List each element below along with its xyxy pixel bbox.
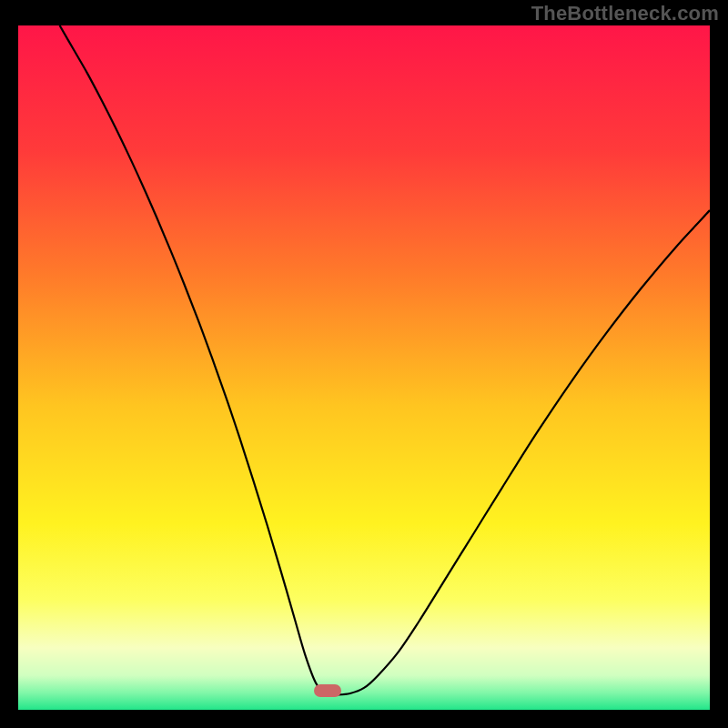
bottleneck-curve bbox=[18, 25, 710, 710]
plot-area bbox=[18, 25, 710, 710]
watermark-text: TheBottleneck.com bbox=[531, 2, 719, 25]
optimal-marker bbox=[314, 684, 341, 697]
chart-frame: TheBottleneck.com bbox=[0, 0, 728, 728]
